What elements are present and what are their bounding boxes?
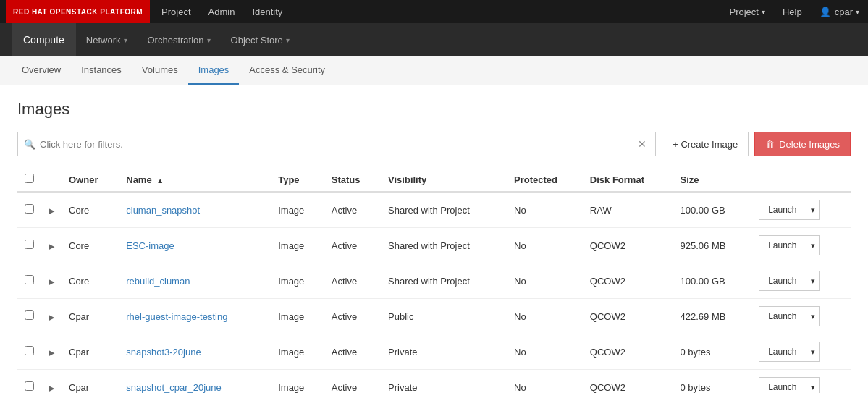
expand-icon[interactable]: ▶ bbox=[49, 348, 54, 357]
row-checkbox[interactable] bbox=[25, 310, 34, 320]
image-name-link[interactable]: rebuild_cluman bbox=[126, 276, 190, 287]
row-owner: Core bbox=[62, 192, 119, 228]
sub-nav: Overview Instances Volumes Images Access… bbox=[0, 56, 868, 85]
main-content: Images 🔍 ✕ + Create Image 🗑 Delete Image… bbox=[0, 85, 868, 393]
tab-overview[interactable]: Overview bbox=[12, 56, 71, 85]
row-actions: Launch ▾ bbox=[751, 228, 851, 263]
row-name[interactable]: ESC-image bbox=[119, 228, 271, 263]
launch-group: Launch ▾ bbox=[759, 235, 843, 255]
filter-bar: 🔍 ✕ + Create Image 🗑 Delete Images bbox=[17, 132, 851, 156]
col-name[interactable]: Name ▲ bbox=[119, 168, 271, 192]
launch-dropdown-button[interactable]: ▾ bbox=[806, 271, 820, 291]
help-link[interactable]: Help bbox=[774, 0, 811, 23]
row-owner: Cpar bbox=[62, 370, 119, 394]
search-box: 🔍 ✕ bbox=[17, 132, 656, 156]
row-size: 422.69 MB bbox=[673, 299, 752, 334]
row-expand-cell[interactable]: ▶ bbox=[41, 192, 62, 228]
row-checkbox-cell[interactable] bbox=[17, 334, 41, 370]
search-input[interactable] bbox=[40, 139, 635, 150]
row-checkbox-cell[interactable] bbox=[17, 228, 41, 263]
row-checkbox[interactable] bbox=[25, 275, 34, 284]
row-type: Image bbox=[271, 228, 324, 263]
launch-button[interactable]: Launch bbox=[759, 342, 805, 362]
row-disk-format: QCOW2 bbox=[583, 228, 673, 263]
user-chevron-icon: ▾ bbox=[856, 8, 859, 16]
launch-button[interactable]: Launch bbox=[759, 306, 805, 326]
launch-button[interactable]: Launch bbox=[759, 200, 805, 220]
row-visibility: Shared with Project bbox=[381, 192, 507, 228]
col-protected: Protected bbox=[507, 168, 583, 192]
expand-icon[interactable]: ▶ bbox=[49, 313, 54, 321]
create-image-button[interactable]: + Create Image bbox=[662, 132, 749, 156]
clear-search-button[interactable]: ✕ bbox=[635, 138, 649, 150]
row-name[interactable]: cluman_snapshot bbox=[119, 192, 271, 228]
tab-volumes[interactable]: Volumes bbox=[132, 56, 188, 85]
delete-images-button[interactable]: 🗑 Delete Images bbox=[754, 132, 851, 156]
top-nav-project[interactable]: Project bbox=[153, 0, 199, 23]
top-nav-admin[interactable]: Admin bbox=[200, 0, 244, 23]
user-menu[interactable]: 👤 cpar ▾ bbox=[811, 0, 868, 23]
image-name-link[interactable]: cluman_snapshot bbox=[126, 205, 200, 216]
row-checkbox-cell[interactable] bbox=[17, 263, 41, 299]
row-size: 0 bytes bbox=[673, 334, 752, 370]
col-visibility: Visibility bbox=[381, 168, 507, 192]
tab-images[interactable]: Images bbox=[188, 56, 240, 85]
row-checkbox-cell[interactable] bbox=[17, 192, 41, 228]
row-disk-format: QCOW2 bbox=[583, 299, 673, 334]
row-owner: Core bbox=[62, 228, 119, 263]
launch-button[interactable]: Launch bbox=[759, 235, 805, 255]
row-checkbox[interactable] bbox=[25, 204, 34, 214]
row-expand-cell[interactable]: ▶ bbox=[41, 334, 62, 370]
image-name-link[interactable]: ESC-image bbox=[126, 240, 174, 251]
tab-access-security[interactable]: Access & Security bbox=[239, 56, 335, 85]
row-expand-cell[interactable]: ▶ bbox=[41, 370, 62, 394]
project-chevron-icon: ▾ bbox=[762, 8, 765, 16]
launch-dropdown-button[interactable]: ▾ bbox=[806, 235, 820, 255]
launch-button[interactable]: Launch bbox=[759, 377, 805, 393]
row-expand-cell[interactable]: ▶ bbox=[41, 299, 62, 334]
table-row: ▶ Core ESC-image Image Active Shared wit… bbox=[17, 228, 851, 263]
tab-instances[interactable]: Instances bbox=[71, 56, 132, 85]
row-checkbox[interactable] bbox=[25, 346, 34, 355]
launch-dropdown-button[interactable]: ▾ bbox=[806, 200, 820, 220]
row-expand-cell[interactable]: ▶ bbox=[41, 263, 62, 299]
row-protected: No bbox=[507, 370, 583, 394]
brand-logo: RED HAT OPENSTACK PLATFORM bbox=[6, 0, 150, 23]
expand-icon[interactable]: ▶ bbox=[49, 384, 54, 392]
top-nav-identity[interactable]: Identity bbox=[243, 0, 291, 23]
sort-arrow-icon: ▲ bbox=[156, 177, 164, 185]
row-name[interactable]: snapshot3-20june bbox=[119, 334, 271, 370]
row-checkbox-cell[interactable] bbox=[17, 299, 41, 334]
images-table: Owner Name ▲ Type Status Visibility Prot… bbox=[17, 168, 851, 393]
project-dropdown[interactable]: Project ▾ bbox=[720, 0, 773, 23]
select-all-checkbox[interactable] bbox=[25, 174, 34, 183]
expand-icon[interactable]: ▶ bbox=[49, 277, 54, 286]
row-checkbox[interactable] bbox=[25, 381, 34, 391]
launch-button[interactable]: Launch bbox=[759, 271, 805, 291]
row-status: Active bbox=[324, 370, 381, 394]
select-all-header[interactable] bbox=[17, 168, 41, 192]
network-menu[interactable]: Network ▾ bbox=[76, 23, 138, 56]
row-size: 100.00 GB bbox=[673, 263, 752, 299]
launch-dropdown-button[interactable]: ▾ bbox=[806, 306, 820, 326]
row-checkbox[interactable] bbox=[25, 240, 34, 249]
row-name[interactable]: rhel-guest-image-testing bbox=[119, 299, 271, 334]
object-store-menu[interactable]: Object Store ▾ bbox=[221, 23, 300, 56]
image-name-link[interactable]: snapshot_cpar_20june bbox=[126, 382, 222, 393]
image-name-link[interactable]: snapshot3-20june bbox=[126, 347, 201, 358]
launch-dropdown-button[interactable]: ▾ bbox=[806, 342, 820, 362]
row-checkbox-cell[interactable] bbox=[17, 370, 41, 394]
row-actions: Launch ▾ bbox=[751, 299, 851, 334]
image-name-link[interactable]: rhel-guest-image-testing bbox=[126, 311, 227, 322]
launch-dropdown-button[interactable]: ▾ bbox=[806, 377, 820, 393]
compute-button[interactable]: Compute bbox=[12, 23, 76, 56]
row-name[interactable]: rebuild_cluman bbox=[119, 263, 271, 299]
row-expand-cell[interactable]: ▶ bbox=[41, 228, 62, 263]
row-name[interactable]: snapshot_cpar_20june bbox=[119, 370, 271, 394]
search-icon: 🔍 bbox=[24, 139, 35, 150]
expand-icon[interactable]: ▶ bbox=[49, 206, 54, 215]
row-status: Active bbox=[324, 228, 381, 263]
expand-icon[interactable]: ▶ bbox=[49, 242, 54, 250]
orchestration-menu[interactable]: Orchestration ▾ bbox=[138, 23, 221, 56]
row-owner: Cpar bbox=[62, 299, 119, 334]
